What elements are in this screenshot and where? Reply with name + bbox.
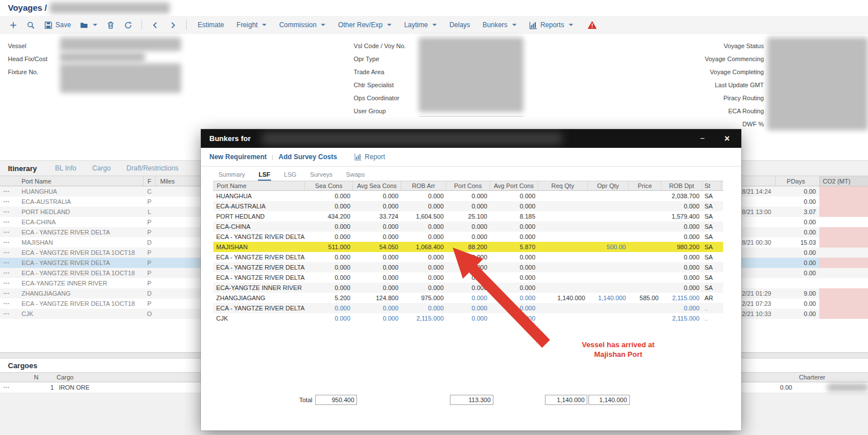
column-header-st[interactable]: St <box>702 181 721 190</box>
move-copy-button[interactable] <box>75 19 102 32</box>
menu-delays[interactable]: Delays <box>443 18 476 32</box>
tab-swaps[interactable]: Swaps <box>346 171 366 181</box>
bunkers-row[interactable]: ECA-AUSTRALIA0.0000.0000.0000.0000.0000.… <box>213 201 723 211</box>
row-drag-handle-icon[interactable]: ••• <box>3 382 10 393</box>
avgsea-cell: 0.000 <box>353 262 401 272</box>
search-button[interactable] <box>22 19 40 32</box>
new-requirement-button[interactable]: New Requirement <box>209 153 267 161</box>
bunkers-row[interactable]: ECA - YANGTZE RIVER DELTA 1OCT180.0000.0… <box>213 303 723 313</box>
bunkers-toolbar: New Requirement | Add Survey Costs Repor… <box>201 148 741 167</box>
bunkers-row[interactable]: ECA - YANGTZE RIVER DELTA 1OCT180.0000.0… <box>213 272 723 283</box>
menu-commission[interactable]: Commission <box>273 18 332 32</box>
menu-other-rev-exp[interactable]: Other Rev/Exp <box>332 18 398 32</box>
tab-bl-info[interactable]: BL Info <box>55 164 76 172</box>
row-drag-handle-icon[interactable]: ••• <box>3 217 10 227</box>
row-drag-handle-icon[interactable]: ••• <box>3 309 10 319</box>
menu-label: Delays <box>449 21 470 29</box>
menu-estimate[interactable]: Estimate <box>191 18 230 32</box>
column-header-avgsea[interactable]: Avg Sea Cons <box>353 181 401 190</box>
refresh-button[interactable] <box>119 19 137 32</box>
save-button[interactable]: Save <box>40 19 75 32</box>
menu-freight[interactable]: Freight <box>230 18 273 32</box>
column-header-miles[interactable]: Miles <box>160 176 175 186</box>
bunkers-row[interactable]: ECA - YANGTZE RIVER DELTA 1OCT180.0000.0… <box>213 252 723 262</box>
port-name-cell: ZHANGJIAGANG <box>213 293 305 303</box>
column-header-f[interactable]: F <box>143 176 156 186</box>
menu-laytime[interactable]: Laytime <box>398 18 443 32</box>
column-header-avgport[interactable]: Avg Port Cons <box>490 181 538 190</box>
port-function-cell: D <box>143 288 156 298</box>
row-drag-handle-icon[interactable]: ••• <box>3 186 10 197</box>
total-label: Total <box>264 395 312 405</box>
back-button[interactable] <box>147 19 164 32</box>
column-header-port[interactable]: Port Name <box>213 181 305 190</box>
column-header-charterer[interactable]: Charterer <box>799 373 825 382</box>
tab-lsg[interactable]: LSG <box>283 171 297 181</box>
bunkers-row[interactable]: HUANGHUA0.0000.0000.0000.0000.0002,038.7… <box>213 191 723 201</box>
add-survey-costs-button[interactable]: Add Survey Costs <box>278 153 337 161</box>
column-header-sea[interactable]: Sea Cons <box>305 181 353 190</box>
menu-bunkers[interactable]: Bunkers <box>476 18 523 32</box>
close-button[interactable]: × <box>717 131 737 146</box>
bunkers-row[interactable]: CJK0.0000.0002,115.0000.0000.0002,115.00… <box>213 313 723 323</box>
req-cell <box>538 313 588 323</box>
minimize-button[interactable]: − <box>693 131 712 146</box>
co2-cell <box>819 288 868 298</box>
search-icon <box>27 21 35 29</box>
row-drag-handle-icon[interactable]: ••• <box>3 227 10 237</box>
column-header-robdpt[interactable]: ROB Dpt <box>661 181 702 190</box>
column-header-price[interactable]: Price <box>629 181 661 190</box>
avgport-cell: 8.185 <box>490 211 538 221</box>
row-drag-handle-icon[interactable]: ••• <box>3 248 10 258</box>
robdpt-cell: 0.000 <box>661 201 702 211</box>
tab-itinerary[interactable]: Itinerary <box>8 164 37 173</box>
row-drag-handle-icon[interactable]: ••• <box>3 237 10 248</box>
bunkers-row[interactable]: ECA - YANGTZE RIVER DELTA0.0000.0000.000… <box>213 262 723 272</box>
co2-cell <box>819 258 868 268</box>
bunkers-row[interactable]: PORT HEDLAND434.20033.7241,604.50025.100… <box>213 211 723 221</box>
bunkers-row[interactable]: ECA-CHINA0.0000.0000.0000.0000.0000.000S… <box>213 221 723 232</box>
tab-draft-restrictions[interactable]: Draft/Restrictions <box>127 164 179 172</box>
co2-cell <box>819 227 868 237</box>
tab-summary[interactable]: Summary <box>218 171 246 181</box>
tab-surveys[interactable]: Surveys <box>310 171 333 181</box>
column-header-cargo[interactable]: Cargo <box>57 373 74 382</box>
column-header-n[interactable]: N <box>34 373 38 382</box>
row-drag-handle-icon[interactable]: ••• <box>3 197 10 207</box>
column-header-portcons[interactable]: Port Cons <box>446 181 490 190</box>
bunkers-row[interactable]: ECA-YANGTZE INNER RIVER0.0000.0000.0000.… <box>213 283 723 293</box>
column-header-robarr[interactable]: ROB Arr <box>401 181 446 190</box>
port-function-cell: P <box>143 268 156 278</box>
menu-reports[interactable]: Reports <box>523 18 579 32</box>
column-header-req[interactable]: Req Qty <box>538 181 588 190</box>
row-drag-handle-icon[interactable]: ••• <box>3 278 10 288</box>
avgsea-cell: 0.000 <box>353 201 401 211</box>
bunkers-row[interactable]: ECA - YANGTZE RIVER DELTA0.0000.0000.000… <box>213 232 723 242</box>
bunkers-row[interactable]: ZHANGJIAGANG5.200124.800975.0000.0000.00… <box>213 293 723 303</box>
column-header-co2[interactable]: CO2 (MT) <box>819 176 868 186</box>
forward-button[interactable] <box>164 19 182 32</box>
row-drag-handle-icon[interactable]: ••• <box>3 258 10 268</box>
robdpt-cell: 0.000 <box>661 252 702 262</box>
row-drag-handle-icon[interactable]: ••• <box>3 288 10 298</box>
delete-button[interactable] <box>102 19 119 32</box>
pdays-cell: 15.03 <box>775 237 816 248</box>
report-button[interactable]: Report <box>354 153 385 161</box>
port-name-cell: MAJISHAN <box>213 242 305 252</box>
column-header-opr[interactable]: Opr Qty <box>588 181 629 190</box>
portcons-cell: 0.000 <box>446 221 490 232</box>
tab-lsf[interactable]: LSF <box>258 171 271 181</box>
dialog-titlebar[interactable]: Bunkers for − × <box>201 129 741 148</box>
portcons-cell: 0.000 <box>446 232 490 242</box>
bunkers-tabs: SummaryLSFLSGSurveysSwaps <box>201 167 741 181</box>
row-drag-handle-icon[interactable]: ••• <box>3 207 10 217</box>
row-drag-handle-icon[interactable]: ••• <box>3 268 10 278</box>
tab-cargo[interactable]: Cargo <box>92 164 111 172</box>
add-button[interactable] <box>5 19 22 32</box>
validation-warning-icon[interactable] <box>587 20 597 29</box>
column-header-port-name[interactable]: Port Name <box>22 176 51 186</box>
bunkers-row-majishan-highlighted[interactable]: MAJISHAN511.00054.0501,068.40088.2005.87… <box>213 242 723 252</box>
column-header-pdays[interactable]: PDays <box>775 176 816 186</box>
row-drag-handle-icon[interactable]: ••• <box>3 298 10 309</box>
port-function-cell: C <box>143 186 156 197</box>
